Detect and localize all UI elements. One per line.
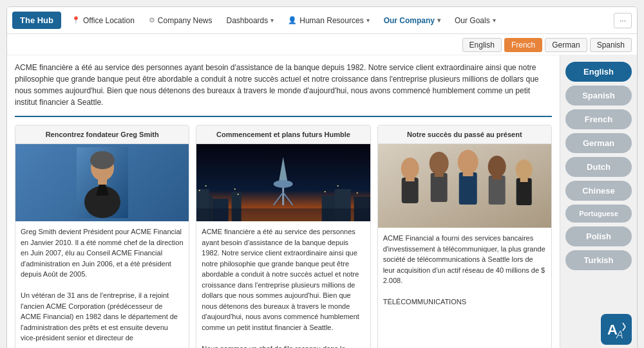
intro-paragraph: ACME financière a été au service des per…	[15, 62, 552, 108]
chevron-down-icon: ▾	[270, 17, 274, 24]
col2-image	[196, 144, 370, 221]
svg-rect-36	[462, 170, 473, 176]
lang-btn-dutch[interactable]: Dutch	[565, 157, 632, 177]
svg-rect-38	[488, 176, 505, 205]
lang-btn-french[interactable]: French	[565, 109, 632, 129]
nav-label-office-location: Office Location	[83, 16, 135, 25]
col2-header: Commencement et plans futurs Humble	[196, 125, 370, 144]
col1-text1: Greg Smith devient Président pour ACME F…	[21, 226, 184, 280]
col-card-humble: Commencement et plans futurs Humble	[196, 125, 370, 348]
nav-item-our-company[interactable]: Our Company ▾	[377, 7, 447, 33]
svg-point-24	[325, 191, 326, 192]
main-widget: The Hub 📍 Office Location ⚙ Company News…	[6, 6, 638, 348]
lang-btn-spanish[interactable]: Spanish	[565, 86, 632, 105]
svg-rect-32	[430, 173, 447, 202]
svg-text:A: A	[616, 329, 623, 340]
nav-label-our-goals: Our Goals	[455, 16, 490, 25]
svg-rect-35	[459, 172, 477, 205]
nav-label-company-news: Company News	[158, 16, 213, 25]
nav-label-our-company: Our Company	[384, 16, 435, 25]
nav-item-office-location[interactable]: 📍 Office Location	[65, 7, 141, 33]
svg-point-20	[199, 190, 200, 191]
person-icon: 👤	[288, 16, 297, 24]
lang-tab-german[interactable]: German	[545, 38, 587, 52]
lang-btn-english[interactable]: English	[565, 62, 632, 82]
svg-point-23	[238, 194, 239, 195]
svg-rect-19	[196, 208, 370, 221]
svg-rect-33	[434, 170, 443, 177]
nav-label-human-resources: Human Resources	[299, 16, 363, 25]
svg-point-2	[90, 151, 115, 169]
col1-text2: Un vétéran de 31 ans de l'entreprise, il…	[21, 290, 184, 343]
col3-image	[378, 144, 551, 228]
lang-btn-portuguese[interactable]: Portuguese	[565, 205, 632, 223]
language-tabs-row: English French German Spanish	[7, 34, 637, 55]
location-icon: 📍	[71, 16, 80, 24]
svg-rect-30	[405, 175, 414, 181]
col3-text1: ACME Financial a fourni des services ban…	[383, 233, 546, 286]
divider	[15, 116, 552, 117]
col2-text1: ACME financière a été au service des per…	[202, 226, 365, 333]
svg-rect-42	[520, 176, 527, 182]
col3-header: Notre succès du passé au présent	[378, 125, 551, 144]
nav-label-dashboards: Dashboards	[227, 16, 269, 25]
lang-btn-turkish[interactable]: Turkish	[565, 250, 632, 270]
nav-item-company-news[interactable]: ⚙ Company News	[142, 7, 219, 33]
nav-item-dashboards[interactable]: Dashboards ▾	[220, 7, 281, 33]
svg-point-16	[274, 180, 293, 188]
three-column-layout: Rencontrez fondateur Greg Smith	[15, 125, 552, 348]
nav-brand[interactable]: The Hub	[12, 12, 61, 29]
svg-rect-39	[492, 173, 501, 179]
lang-btn-chinese[interactable]: Chinese	[565, 181, 632, 201]
translate-button[interactable]: A A	[601, 314, 632, 345]
content-wrapper: ACME financière a été au service des per…	[7, 55, 637, 348]
col1-header: Rencontrez fondateur Greg Smith	[15, 125, 189, 144]
svg-line-46	[623, 327, 625, 331]
more-nav-button[interactable]: ···	[614, 13, 632, 28]
svg-point-21	[205, 185, 207, 187]
lang-btn-polish[interactable]: Polish	[565, 226, 632, 246]
language-sidebar: English Spanish French German Dutch Chin…	[560, 55, 637, 348]
lang-tab-french[interactable]: French	[504, 38, 542, 52]
col3-body: ACME Financial a fourni des services ban…	[378, 228, 551, 313]
chevron-down-icon-company: ▾	[437, 17, 440, 24]
col2-text2: Nous sommes un chef de file reconnu dans…	[202, 343, 365, 349]
lang-tab-spanish[interactable]: Spanish	[590, 38, 632, 52]
chevron-down-icon-hr: ▾	[366, 17, 370, 24]
col3-text2: TÉLÉCOMMUNICATIONS	[383, 297, 546, 307]
lang-btn-german[interactable]: German	[565, 133, 632, 153]
nav-item-our-goals[interactable]: Our Goals ▾	[448, 7, 502, 33]
col1-image	[15, 144, 189, 221]
gear-icon: ⚙	[149, 16, 155, 24]
navbar: The Hub 📍 Office Location ⚙ Company News…	[7, 7, 637, 34]
chevron-down-icon-goals: ▾	[493, 17, 496, 24]
svg-rect-3	[98, 178, 107, 185]
col-card-greg-smith: Rencontrez fondateur Greg Smith	[15, 125, 189, 348]
main-content: ACME financière a été au service des per…	[7, 55, 560, 348]
lang-tab-english[interactable]: English	[462, 38, 502, 52]
svg-rect-41	[516, 178, 531, 205]
nav-item-human-resources[interactable]: 👤 Human Resources ▾	[281, 7, 375, 33]
svg-point-25	[337, 185, 339, 187]
col1-body: Greg Smith devient Président pour ACME F…	[15, 221, 189, 348]
col2-body: ACME financière a été au service des per…	[196, 221, 370, 348]
svg-point-26	[357, 192, 358, 194]
svg-point-22	[234, 188, 236, 190]
svg-line-45	[623, 323, 625, 327]
col-card-success: Notre succès du passé au présent	[377, 125, 552, 348]
